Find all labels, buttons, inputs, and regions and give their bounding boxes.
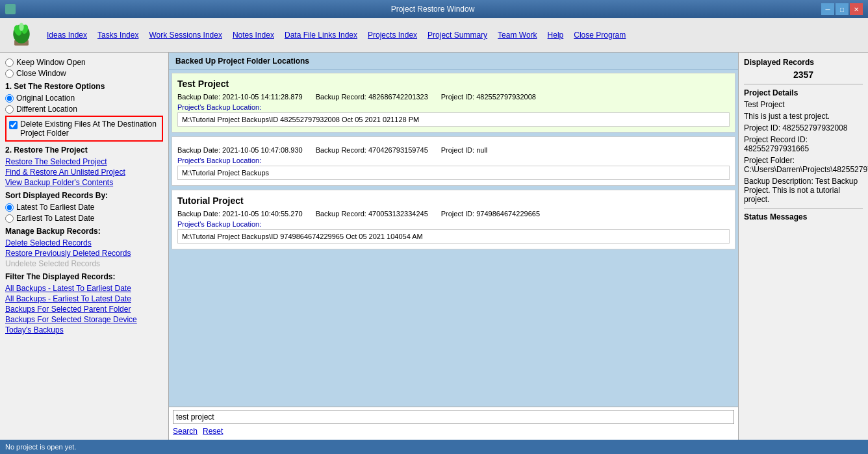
project-name: Test Project	[744, 100, 863, 109]
backup-list[interactable]: Test Project Backup Date: 2021-10-05 14:…	[169, 70, 738, 407]
status-bar: No project is open yet.	[0, 440, 868, 454]
menu-item-data-file-links-index[interactable]: Data File Links Index	[281, 29, 361, 41]
record-3-id-label: Project ID: 9749864674229665	[441, 210, 540, 218]
delete-files-label: Delete Existing Files At The Destination…	[20, 120, 159, 138]
close-button[interactable]: ✕	[850, 3, 863, 15]
project-id-label: Project ID:	[744, 123, 780, 132]
backup-record-3[interactable]: Tutorial Project Backup Date: 2021-10-05…	[172, 190, 735, 249]
project-folder-value: C:\Users\Darren\Projects\482552797932008	[744, 165, 868, 174]
record-3-record-label: Backup Record: 470053132334245	[316, 210, 428, 218]
filter-selected-parent-link[interactable]: Backups For Selected Parent Folder	[5, 305, 163, 314]
restore-options-group: 1. Set The Restore Options Original Loca…	[5, 82, 163, 142]
project-folder-label: Project Folder:	[744, 156, 795, 165]
backup-area: Backed Up Project Folder Locations Test …	[169, 53, 738, 440]
menu-item-help[interactable]: Help	[544, 29, 568, 41]
window-controls: ─ □ ✕	[821, 3, 863, 15]
window-option-group: Keep Window Open Close Window	[5, 58, 163, 78]
divider-1	[744, 84, 863, 84]
filter-todays-link[interactable]: Today's Backups	[5, 325, 163, 334]
menu-item-team-work[interactable]: Team Work	[494, 29, 541, 41]
different-location-label: Different Location	[16, 105, 77, 114]
record-3-name: Tutorial Project	[177, 195, 730, 206]
original-location-item: Original Location	[5, 94, 163, 103]
menu-item-close-program[interactable]: Close Program	[570, 29, 630, 41]
restore-project-group: 2. Restore The Project Restore The Selec…	[5, 145, 163, 187]
delete-selected-link[interactable]: Delete Selected Records	[5, 238, 163, 247]
sort-group: Sort Displayed Records By: Latest To Ear…	[5, 191, 163, 223]
find-restore-link[interactable]: Find & Restore An Unlisted Project	[5, 168, 163, 177]
reset-button[interactable]: Reset	[203, 427, 223, 436]
menu-item-projects-index[interactable]: Projects Index	[364, 29, 421, 41]
delete-files-checkbox[interactable]	[9, 121, 18, 129]
record-1-location-label: Project's Backup Location:	[177, 103, 730, 111]
view-backup-link[interactable]: View Backup Folder's Contents	[5, 178, 163, 187]
original-location-radio[interactable]	[5, 94, 14, 103]
menu-item-project-summary[interactable]: Project Summary	[424, 29, 491, 41]
keep-window-open-radio[interactable]	[5, 58, 14, 67]
different-location-item: Different Location	[5, 105, 163, 114]
restore-project-title: 2. Restore The Project	[5, 145, 163, 155]
record-2-info: Backup Date: 2021-10-05 10:47:08.930 Bac…	[177, 146, 730, 154]
menu-item-ideas-index[interactable]: Ideas Index	[43, 29, 91, 41]
restore-previously-link[interactable]: Restore Previously Deleted Records	[5, 249, 163, 258]
minimize-button[interactable]: ─	[821, 3, 834, 15]
record-1-name: Test Project	[177, 79, 730, 89]
manage-title: Manage Backup Records:	[5, 227, 163, 236]
record-2-record-label: Backup Record: 470426793159745	[316, 146, 428, 154]
record-1-date-label: Backup Date: 2021-10-05 14:11:28.879	[177, 93, 303, 101]
backup-record-1[interactable]: Test Project Backup Date: 2021-10-05 14:…	[172, 73, 735, 132]
project-id-value: 482552797932008	[782, 123, 847, 132]
record-2-location-label: Project's Backup Location:	[177, 157, 730, 164]
filter-selected-storage-link[interactable]: Backups For Selected Storage Device	[5, 315, 163, 324]
restore-selected-link[interactable]: Restore The Selected Project	[5, 157, 163, 166]
filter-group: Filter The Displayed Records: All Backup…	[5, 272, 163, 334]
svg-point-4	[19, 23, 23, 31]
filter-all-latest-link[interactable]: All Backups - Latest To Earliest Date	[5, 284, 163, 293]
divider-2	[744, 208, 863, 208]
latest-to-earliest-radio[interactable]	[5, 203, 14, 212]
record-1-info: Backup Date: 2021-10-05 14:11:28.879 Bac…	[177, 93, 730, 101]
filter-title: Filter The Displayed Records:	[5, 272, 163, 281]
project-folder-line: Project Folder: C:\Users\Darren\Projects…	[744, 156, 863, 174]
project-id-line: Project ID: 482552797932008	[744, 123, 863, 132]
project-record-id-line: Project Record ID: 482552797931665	[744, 135, 863, 153]
backup-record-2[interactable]: Backup Date: 2021-10-05 10:47:08.930 Bac…	[172, 136, 735, 186]
sidebar: Keep Window Open Close Window 1. Set The…	[0, 53, 169, 440]
backup-description-line: Backup Description: Test Backup Project.…	[744, 177, 863, 204]
displayed-records-title: Displayed Records	[744, 58, 863, 67]
main-content: Backed Up Project Folder Locations Test …	[169, 53, 738, 440]
project-details-title: Project Details	[744, 88, 863, 97]
close-window-item: Close Window	[5, 69, 163, 78]
menu-bar: Ideas Index Tasks Index Work Sessions In…	[0, 18, 868, 53]
search-buttons: Search Reset	[173, 425, 734, 437]
different-location-radio[interactable]	[5, 105, 14, 114]
record-2-id-label: Project ID: null	[441, 146, 488, 154]
record-2-date-label: Backup Date: 2021-10-05 10:47:08.930	[177, 146, 303, 154]
content-area: Keep Window Open Close Window 1. Set The…	[0, 53, 868, 440]
search-input[interactable]	[173, 410, 734, 424]
latest-to-earliest-item: Latest To Earliest Date	[5, 203, 163, 212]
project-record-id-value: 482552797931665	[744, 144, 809, 153]
filter-all-earliest-link[interactable]: All Backups - Earliest To Latest Date	[5, 294, 163, 303]
search-button[interactable]: Search	[173, 427, 198, 436]
close-window-radio[interactable]	[5, 69, 14, 78]
status-message: No project is open yet.	[5, 443, 76, 451]
record-3-date-label: Backup Date: 2021-10-05 10:40:55.270	[177, 210, 303, 218]
earliest-to-latest-label: Earliest To Latest Date	[16, 214, 95, 223]
sort-title: Sort Displayed Records By:	[5, 191, 163, 200]
window-title: Project Restore Window	[44, 5, 821, 14]
manage-group: Manage Backup Records: Delete Selected R…	[5, 227, 163, 268]
earliest-to-latest-item: Earliest To Latest Date	[5, 214, 163, 223]
original-location-label: Original Location	[16, 94, 75, 103]
record-3-location: M:\Tutorial Project Backups\ID 974986467…	[177, 229, 730, 244]
undelete-link: Undelete Selected Records	[5, 259, 163, 268]
status-messages-title: Status Messages	[744, 212, 863, 221]
right-panel: Displayed Records 2357 Project Details T…	[738, 53, 868, 440]
backup-header: Backed Up Project Folder Locations	[169, 53, 738, 70]
menu-item-work-sessions-index[interactable]: Work Sessions Index	[145, 29, 226, 41]
menu-item-tasks-index[interactable]: Tasks Index	[94, 29, 142, 41]
menu-item-notes-index[interactable]: Notes Index	[229, 29, 278, 41]
search-bar: Search Reset	[169, 407, 738, 440]
earliest-to-latest-radio[interactable]	[5, 214, 14, 223]
maximize-button[interactable]: □	[836, 3, 849, 15]
